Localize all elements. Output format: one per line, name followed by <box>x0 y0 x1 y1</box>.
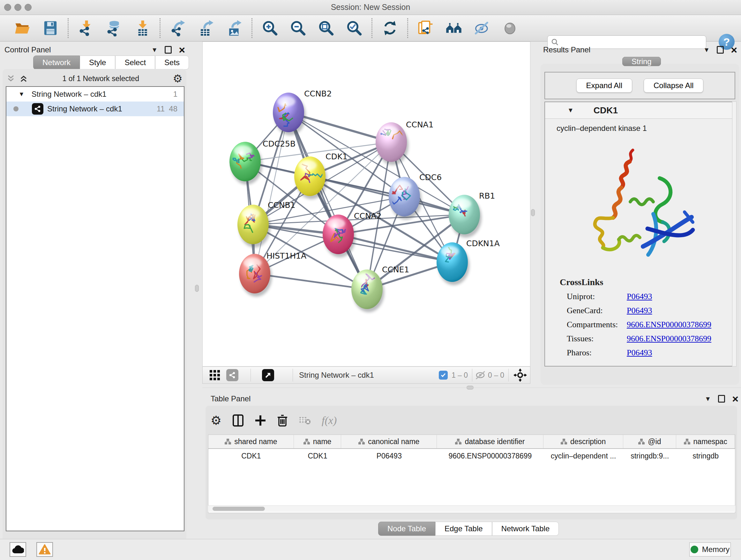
zoom-out-button[interactable] <box>284 16 312 40</box>
zoom-fit-button[interactable] <box>312 16 340 40</box>
crosslink-label: Tissues: <box>567 334 627 344</box>
toolbar-separator <box>252 18 253 38</box>
open-in-cytoscape-web-button[interactable] <box>412 16 440 40</box>
tab-network-table[interactable]: Network Table <box>492 522 559 536</box>
import-table-file-button[interactable] <box>128 16 156 40</box>
network-node-CCNB2[interactable]: CCNB2 <box>273 89 332 135</box>
node-label-CCNA1: CCNA1 <box>406 120 434 129</box>
column-header-canonical-name[interactable]: canonical name <box>341 435 437 448</box>
expand-all-tree-icon[interactable] <box>6 74 16 83</box>
float-panel-icon[interactable] <box>718 395 725 402</box>
network-canvas[interactable]: CCNB2CCNA1CDC25BCDK1CDC6RB1CCNB1CCNA2CDK… <box>202 42 530 367</box>
first-neighbors-button[interactable] <box>440 16 468 40</box>
tab-node-table[interactable]: Node Table <box>378 522 435 536</box>
node-label-CCNB2: CCNB2 <box>304 89 332 98</box>
window-zoom-icon[interactable] <box>24 4 31 11</box>
table-row[interactable]: CDK1CDK1P064939606.ENSP00000378699cyclin… <box>208 449 735 463</box>
save-session-button[interactable] <box>37 16 64 40</box>
crosslink-link[interactable]: 9606.ENSP00000378699 <box>627 320 711 329</box>
show-columns-icon[interactable] <box>232 414 244 427</box>
table-cell[interactable]: 9606.ENSP00000378699 <box>437 449 543 463</box>
scrollbar-thumb[interactable] <box>212 507 265 511</box>
close-panel-icon[interactable]: × <box>732 395 738 402</box>
selected-nodes-checkbox[interactable] <box>439 371 448 380</box>
table-cell[interactable]: P06493 <box>341 449 437 463</box>
right-splitter-handle[interactable] <box>531 209 535 216</box>
tab-style[interactable]: Style <box>80 56 115 70</box>
add-column-icon[interactable] <box>255 415 266 426</box>
table-cell[interactable]: cyclin–dependent ... <box>543 449 623 463</box>
table-cell[interactable]: stringdb:9... <box>623 449 676 463</box>
show-all-button[interactable] <box>496 16 524 40</box>
table-cell[interactable]: stringdb <box>676 449 735 463</box>
network-node-HIST1H1A[interactable]: HIST1H1A <box>239 251 307 297</box>
network-node-CCNA1[interactable]: CCNA1 <box>376 120 434 165</box>
hide-selected-button[interactable] <box>468 16 496 40</box>
export-table-button[interactable] <box>192 16 220 40</box>
pan-crosshair-icon[interactable] <box>514 368 527 382</box>
column-header-namespac[interactable]: namespac <box>676 435 735 448</box>
crosslink-link[interactable]: P06493 <box>627 306 652 315</box>
warning-status-chip[interactable] <box>37 542 53 557</box>
tab-select[interactable]: Select <box>115 56 155 70</box>
column-header-@id[interactable]: @id <box>623 435 676 448</box>
zoom-in-button[interactable] <box>256 16 284 40</box>
collapse-all-button[interactable]: Collapse All <box>644 78 703 92</box>
tab-edge-table[interactable]: Edge Table <box>435 522 492 536</box>
entry-expander-icon[interactable]: ▼ <box>567 107 574 114</box>
network-node-RB1[interactable]: RB1 <box>448 191 495 238</box>
table-horizontal-scrollbar[interactable] <box>208 505 735 512</box>
table-options-gear-icon[interactable]: ⚙ <box>211 414 221 428</box>
table-cell[interactable]: CDK1 <box>208 449 294 463</box>
export-image-button[interactable] <box>220 16 248 40</box>
zoom-selected-button[interactable] <box>340 16 368 40</box>
entry-header[interactable]: ▼ CDK1 <box>545 102 735 119</box>
tab-sets[interactable]: Sets <box>155 56 189 70</box>
collapse-panel-icon[interactable]: ▼ <box>151 46 158 54</box>
crosslink-link[interactable]: P06493 <box>627 292 652 301</box>
column-header-shared-name[interactable]: shared name <box>208 435 294 448</box>
window-close-icon[interactable] <box>4 4 11 11</box>
crosslink-link[interactable]: 9606.ENSP00000378699 <box>627 334 711 344</box>
tab-string[interactable]: String <box>622 57 661 66</box>
collapse-all-tree-icon[interactable] <box>19 74 29 83</box>
table-header-row: shared namenamecanonical namedatabase id… <box>208 435 735 449</box>
column-header-database-identifier[interactable]: database identifier <box>437 435 543 448</box>
float-panel-icon[interactable] <box>717 46 724 54</box>
left-splitter-handle[interactable] <box>195 285 199 292</box>
memory-button[interactable]: Memory <box>689 543 731 557</box>
window-minimize-icon[interactable] <box>14 4 21 11</box>
network-node-CCNE1[interactable]: CCNE1 <box>351 265 409 312</box>
export-network-button[interactable] <box>164 16 192 40</box>
collapse-panel-icon[interactable]: ▼ <box>703 46 710 54</box>
network-node-CDKN1A[interactable]: CDKN1A <box>436 239 500 285</box>
expand-all-button[interactable]: Expand All <box>576 78 632 92</box>
column-header-name[interactable]: name <box>294 435 341 448</box>
export-view-icon[interactable] <box>262 369 274 381</box>
network-row[interactable]: String Network – cdk1 11 48 <box>6 102 184 116</box>
birdseye-grid-icon[interactable] <box>209 369 220 381</box>
crosslink-link[interactable]: P06493 <box>627 348 652 358</box>
close-panel-icon[interactable]: × <box>179 46 185 54</box>
string-view-icon[interactable] <box>226 369 239 381</box>
cloud-status-chip[interactable] <box>10 542 26 557</box>
open-session-button[interactable] <box>8 16 37 40</box>
node-label-CCNE1: CCNE1 <box>382 265 409 274</box>
close-panel-icon[interactable]: × <box>731 46 737 54</box>
results-scrollbar[interactable] <box>732 102 737 367</box>
import-network-file-button[interactable] <box>72 16 100 40</box>
apply-layout-button[interactable] <box>376 16 404 40</box>
tree-expander-icon[interactable]: ▼ <box>18 91 24 98</box>
delete-column-icon[interactable] <box>277 414 288 427</box>
network-node-CCNB1[interactable]: CCNB1 <box>238 200 295 247</box>
tab-network[interactable]: Network <box>33 56 80 70</box>
network-node-CDC25B[interactable]: CDC25B <box>229 139 295 185</box>
network-options-gear-icon[interactable]: ⚙ <box>173 72 183 85</box>
network-collection-row[interactable]: ▼ String Network – cdk1 1 <box>6 87 184 102</box>
float-panel-icon[interactable] <box>165 46 172 54</box>
collapse-panel-icon[interactable]: ▼ <box>704 395 711 402</box>
network-node-CCNA2[interactable]: CCNA2 <box>323 211 382 257</box>
column-header-description[interactable]: description <box>543 435 623 448</box>
import-network-database-button[interactable] <box>100 16 128 40</box>
table-cell[interactable]: CDK1 <box>294 449 341 463</box>
